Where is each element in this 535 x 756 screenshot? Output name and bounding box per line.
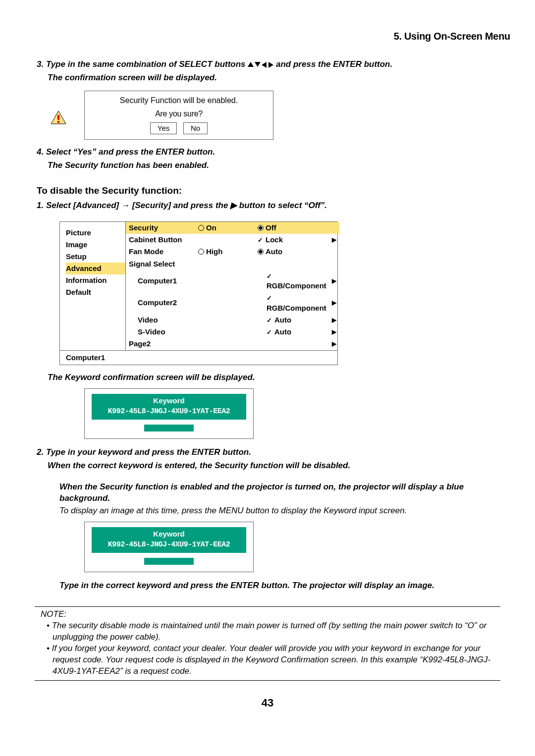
svg-marker-1 — [255, 62, 261, 67]
svg-marker-3 — [268, 62, 273, 68]
section-header: 5. Using On-Screen Menu — [25, 30, 510, 43]
keyword-dialog-2: Keyword K992-45L8-JNGJ-4XU9-1YAT-EEA2 — [84, 522, 254, 573]
menu-left-item[interactable]: Default — [66, 286, 125, 298]
kw-confirm-text: The Keyword confirmation screen will be … — [48, 372, 510, 383]
dialog-yes-button[interactable]: Yes — [150, 122, 177, 134]
menu-left-item[interactable]: Image — [66, 239, 125, 251]
menu-row[interactable]: Page2▶ — [126, 338, 339, 350]
step-4: 4. Select “Yes” and press the ENTER butt… — [37, 147, 510, 158]
menu-row[interactable]: SecurityOnOff — [126, 222, 339, 234]
dialog-line1: Security Function will be enabled. — [85, 95, 273, 106]
menu-left-list: PictureImageSetupAdvancedInformationDefa… — [60, 222, 125, 350]
disable-step-1: 1. Select [Advanced] → [Security] and pr… — [37, 200, 510, 212]
final-line: Type in the correct keyword and press th… — [59, 580, 510, 592]
keyword-code: K992-45L8-JNGJ-4XU9-1YAT-EEA2 — [92, 407, 246, 417]
svg-marker-2 — [262, 62, 267, 68]
disable-heading: To disable the Security function: — [37, 184, 510, 197]
note-1: • The security disable mode is maintaine… — [47, 620, 500, 643]
menu-row[interactable]: Signal Select — [126, 258, 339, 270]
confirmation-dialog: Security Function will be enabled. Are y… — [84, 91, 273, 140]
keyword-input-2[interactable] — [144, 558, 194, 565]
menu-right-panel: SecurityOnOffCabinet Button✓Lock▶Fan Mod… — [125, 222, 339, 350]
menu-row[interactable]: Cabinet Button✓Lock▶ — [126, 234, 339, 246]
menu-row[interactable]: Fan ModeHighAuto — [126, 246, 339, 258]
menu-left-item[interactable]: Advanced — [66, 263, 125, 274]
menu-left-item[interactable]: Picture — [66, 227, 125, 239]
step-3: 3. Type in the same combination of SELEC… — [37, 59, 510, 70]
menu-status-bar: Computer1 — [60, 350, 337, 365]
step-4-cont: The Security function has been enabled. — [48, 160, 510, 171]
keyword-code-2: K992-45L8-JNGJ-4XU9-1YAT-EEA2 — [92, 540, 246, 550]
warning-icon — [50, 110, 67, 128]
keyword-dialog-1: Keyword K992-45L8-JNGJ-4XU9-1YAT-EEA2 — [84, 388, 254, 439]
menu-row[interactable]: Computer1✓RGB/Component▶ — [126, 270, 339, 292]
menu-left-item[interactable]: Information — [66, 274, 125, 286]
step-2: 2. Type in your keyword and press the EN… — [37, 447, 510, 458]
keyword-title-2: Keyword — [92, 529, 246, 539]
arrow-cluster-icon — [248, 59, 276, 69]
dialog-no-button[interactable]: No — [183, 122, 208, 134]
step-2-cont: When the correct keyword is entered, the… — [48, 460, 510, 472]
menu-row[interactable]: Video✓Auto▶ — [126, 314, 339, 326]
page: 5. Using On-Screen Menu 3. Type in the s… — [0, 0, 535, 756]
page-number: 43 — [25, 696, 510, 710]
dialog-line2: Are you sure? — [85, 108, 273, 119]
note-2: • If you forget your keyword, contact yo… — [47, 643, 500, 677]
note-label: NOTE: — [41, 609, 510, 620]
menu-row[interactable]: S-Video✓Auto▶ — [126, 326, 339, 338]
step-3-cont: The confirmation screen will be displaye… — [48, 72, 510, 84]
blue-bg-note: When the Security function is enabled an… — [59, 482, 510, 504]
osd-menu: PictureImageSetupAdvancedInformationDefa… — [59, 221, 338, 365]
menu-left-item[interactable]: Setup — [66, 251, 125, 263]
svg-marker-0 — [248, 62, 254, 67]
keyword-title: Keyword — [92, 396, 246, 406]
keyword-input[interactable] — [144, 425, 194, 432]
blue-bg-note-2: To display an image at this time, press … — [59, 505, 510, 517]
svg-rect-5 — [57, 115, 59, 120]
menu-row[interactable]: Computer2✓RGB/Component▶ — [126, 292, 339, 314]
svg-rect-6 — [57, 121, 59, 123]
